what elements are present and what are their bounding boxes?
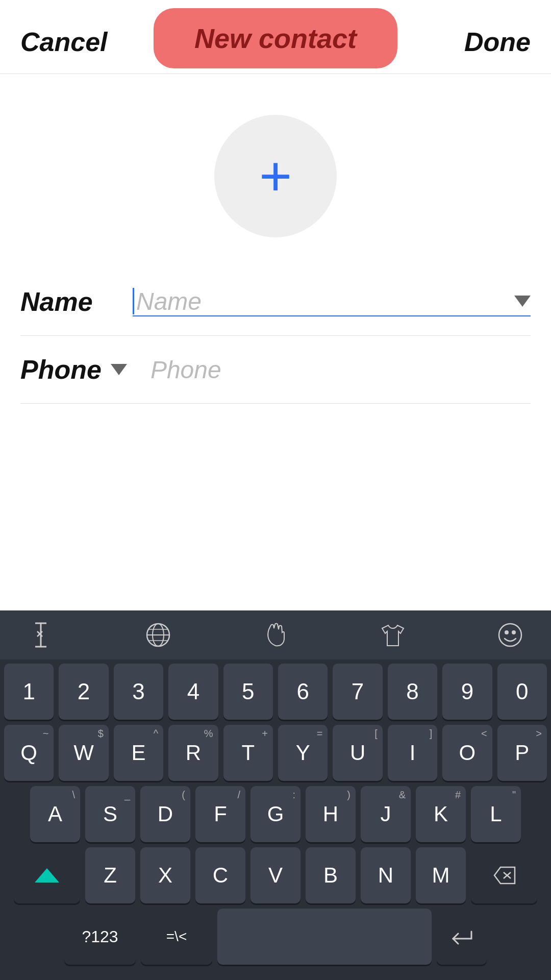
key-4[interactable]: 4 <box>168 664 218 720</box>
key-i[interactable]: I] <box>388 725 437 781</box>
key-a[interactable]: A\ <box>30 786 80 842</box>
key-s[interactable]: S_ <box>85 786 135 842</box>
hand-wave-icon <box>262 621 289 649</box>
keyboard-rows: 1 2 3 4 5 6 7 8 9 0 Q~ W$ E^ R% T+ Y= U[… <box>0 659 551 980</box>
shirt-icon <box>379 621 407 649</box>
backspace-icon <box>491 865 517 886</box>
enter-key[interactable] <box>437 909 487 965</box>
keyboard-asdf-row: A\ S_ D( F/ G: H) J& K# L" <box>4 786 547 842</box>
phone-dropdown-icon[interactable] <box>108 358 130 381</box>
key-t[interactable]: T+ <box>223 725 273 781</box>
header-title-label: New contact <box>194 23 357 54</box>
keyboard-zxcv-row: Z X C V B N M <box>4 847 547 903</box>
phone-placeholder: Phone <box>151 356 221 383</box>
key-o[interactable]: O< <box>442 725 492 781</box>
key-l[interactable]: L" <box>471 786 521 842</box>
svg-point-11 <box>505 631 508 634</box>
emoji-tool[interactable] <box>490 620 531 650</box>
key-6[interactable]: 6 <box>278 664 328 720</box>
avatar-section: + <box>0 74 551 268</box>
key-1[interactable]: 1 <box>4 664 54 720</box>
name-input-wrap[interactable]: Name <box>133 287 531 316</box>
keyboard: 1 2 3 4 5 6 7 8 9 0 Q~ W$ E^ R% T+ Y= U[… <box>0 610 551 980</box>
globe-icon <box>144 621 172 649</box>
name-placeholder: Name <box>136 287 202 315</box>
text-cursor-tool[interactable] <box>20 620 61 650</box>
key-h[interactable]: H) <box>306 786 356 842</box>
key-d[interactable]: D( <box>140 786 190 842</box>
keyboard-qwerty-row: Q~ W$ E^ R% T+ Y= U[ I] O< P> <box>4 725 547 781</box>
new-contact-title: New contact <box>154 8 397 68</box>
key-q[interactable]: Q~ <box>4 725 54 781</box>
text-cursor-icon <box>27 621 55 649</box>
key-g[interactable]: G: <box>251 786 300 842</box>
add-photo-icon: + <box>259 148 292 204</box>
sym-switch-key[interactable]: =\< <box>141 909 212 965</box>
name-expand-icon[interactable] <box>514 296 531 307</box>
svg-point-10 <box>499 624 521 646</box>
cancel-button[interactable]: Cancel <box>20 27 108 57</box>
phone-label: Phone <box>20 354 130 385</box>
text-cursor <box>133 288 134 314</box>
key-k[interactable]: K# <box>416 786 466 842</box>
hand-wave-tool[interactable] <box>255 620 296 650</box>
key-p[interactable]: P> <box>497 725 547 781</box>
key-9[interactable]: 9 <box>442 664 492 720</box>
key-f[interactable]: F/ <box>195 786 245 842</box>
key-r[interactable]: R% <box>168 725 218 781</box>
globe-tool[interactable] <box>138 620 179 650</box>
shirt-tool[interactable] <box>372 620 413 650</box>
key-j[interactable]: J& <box>361 786 411 842</box>
key-8[interactable]: 8 <box>388 664 437 720</box>
keyboard-toolbar <box>0 610 551 659</box>
add-photo-button[interactable]: + <box>214 115 337 237</box>
done-button[interactable]: Done <box>464 27 531 57</box>
key-x[interactable]: X <box>140 847 190 903</box>
key-b[interactable]: B <box>306 847 356 903</box>
key-v[interactable]: V <box>251 847 300 903</box>
svg-point-12 <box>512 631 515 634</box>
name-label: Name <box>20 286 112 317</box>
phone-row: Phone Phone <box>20 336 531 404</box>
emoji-icon <box>496 621 524 649</box>
key-n[interactable]: N <box>361 847 411 903</box>
backspace-key[interactable] <box>471 847 537 903</box>
header: Cancel New contact Done <box>0 0 551 74</box>
shift-key[interactable] <box>14 847 80 903</box>
key-z[interactable]: Z <box>85 847 135 903</box>
enter-icon <box>449 926 474 947</box>
key-3[interactable]: 3 <box>114 664 163 720</box>
keyboard-bottom-row: ?123 =\< <box>4 909 547 965</box>
key-7[interactable]: 7 <box>333 664 382 720</box>
key-u[interactable]: U[ <box>333 725 382 781</box>
phone-input-wrap[interactable]: Phone <box>151 356 531 384</box>
shift-icon <box>35 868 59 883</box>
key-0[interactable]: 0 <box>497 664 547 720</box>
key-5[interactable]: 5 <box>223 664 273 720</box>
key-2[interactable]: 2 <box>59 664 108 720</box>
key-y[interactable]: Y= <box>278 725 328 781</box>
key-e[interactable]: E^ <box>114 725 163 781</box>
key-m[interactable]: M <box>416 847 466 903</box>
key-c[interactable]: C <box>195 847 245 903</box>
keyboard-num-row: 1 2 3 4 5 6 7 8 9 0 <box>4 664 547 720</box>
key-w[interactable]: W$ <box>59 725 108 781</box>
form-section: Name Name Phone Phone <box>0 268 551 404</box>
name-row: Name Name <box>20 268 531 336</box>
space-key[interactable] <box>217 909 432 965</box>
number-switch-key[interactable]: ?123 <box>64 909 136 965</box>
